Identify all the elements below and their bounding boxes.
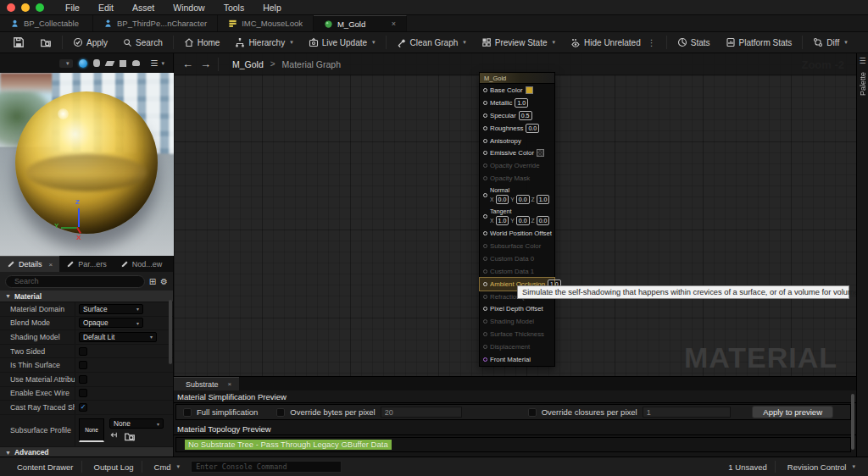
- viewport-menu-button[interactable]: ☰▾: [151, 58, 164, 68]
- pin-default-value[interactable]: 1.0: [515, 98, 528, 108]
- pin-surface-thickness[interactable]: Surface Thickness: [480, 328, 554, 340]
- tab-substrate[interactable]: Substrate ×: [174, 377, 239, 390]
- hierarchy-button[interactable]: Hierarchy▾: [227, 32, 300, 53]
- pin-default-value[interactable]: 0.0: [537, 216, 550, 225]
- pin-circle-icon[interactable]: [483, 257, 487, 261]
- palette-sidebar-tab[interactable]: ☰ Palette: [856, 53, 868, 457]
- pin-shading-model[interactable]: Shading Model: [480, 315, 554, 328]
- menu-file[interactable]: File: [56, 3, 89, 13]
- console-command-box[interactable]: [191, 461, 342, 473]
- full-simplification-checkbox[interactable]: [183, 408, 192, 417]
- node-title[interactable]: M_Gold: [480, 73, 554, 84]
- nav-back-button[interactable]: ←: [182, 58, 193, 70]
- close-tab-icon[interactable]: ×: [380, 19, 396, 28]
- blend-mode-dropdown[interactable]: Opaque▾: [79, 318, 143, 328]
- is-thin-surface-checkbox[interactable]: [79, 361, 87, 369]
- preview-viewport[interactable]: ▾ ☰▾ Z Y X: [0, 53, 174, 256]
- stats-button[interactable]: Stats: [670, 32, 718, 53]
- override-bytes-per-pixel-checkbox[interactable]: [276, 408, 285, 417]
- details-tab-nod-ew[interactable]: Nod...ew: [114, 256, 170, 272]
- pin-base-color[interactable]: Base Color: [480, 84, 554, 97]
- pin-world-position-offset[interactable]: World Position Offset: [480, 227, 554, 240]
- preview-shape-cylinder-button[interactable]: [93, 59, 100, 67]
- material-domain-dropdown[interactable]: Surface▾: [79, 304, 143, 314]
- revision-control-button[interactable]: Revision Control ▾: [776, 457, 863, 476]
- section-header-material[interactable]: ▼ Material: [0, 291, 173, 302]
- tab-bp-thirdpe-ncharacter[interactable]: BP_ThirdPe...nCharacter: [93, 15, 218, 31]
- override-closures-per-pixel-checkbox[interactable]: [528, 408, 537, 417]
- pin-pixel-depth-offset[interactable]: Pixel Depth Offset: [480, 302, 554, 315]
- asset-thumbnail[interactable]: None: [79, 418, 104, 442]
- more-options-icon[interactable]: ⋮: [648, 38, 656, 47]
- pin-custom-data-1[interactable]: Custom Data 1: [480, 265, 554, 278]
- pin-custom-data-0[interactable]: Custom Data 0: [480, 252, 554, 265]
- settings-gear-icon[interactable]: ⚙: [160, 277, 168, 286]
- pin-circle-icon[interactable]: [483, 88, 487, 92]
- console-command-input[interactable]: [196, 462, 337, 471]
- pin-circle-icon[interactable]: [483, 231, 487, 235]
- pin-circle-icon[interactable]: [483, 214, 487, 219]
- menu-help[interactable]: Help: [253, 3, 291, 13]
- preview-state-button[interactable]: Preview State▾: [474, 32, 563, 53]
- pin-circle-icon[interactable]: [483, 151, 487, 155]
- pin-circle-icon[interactable]: [483, 193, 487, 197]
- live-update-button[interactable]: Live Update▾: [301, 32, 383, 53]
- unsaved-button[interactable]: 1 Unsaved: [716, 457, 774, 476]
- preview-shape-teapot-button[interactable]: [132, 60, 140, 66]
- use-material-attribu-checkbox[interactable]: [79, 375, 87, 384]
- content-drawer-button[interactable]: Content Drawer: [5, 457, 81, 476]
- pin-metallic[interactable]: Metallic1.0: [480, 97, 554, 109]
- home-button[interactable]: Home: [176, 32, 228, 53]
- pin-anisotropy[interactable]: Anisotropy: [480, 135, 554, 147]
- gold-color-swatch[interactable]: [526, 86, 533, 94]
- pin-default-value[interactable]: 1.0: [537, 195, 550, 204]
- tab-imc-mouselook[interactable]: IMC_MouseLook: [218, 15, 314, 31]
- preview-shape-plane-button[interactable]: [104, 61, 114, 66]
- pin-normal[interactable]: NormalX0.0Y0.0Z1.0: [480, 185, 554, 206]
- pin-default-value[interactable]: 0.0: [516, 216, 530, 225]
- diff-button[interactable]: Diff▾: [805, 32, 854, 53]
- menu-edit[interactable]: Edit: [89, 3, 123, 13]
- details-tab-details[interactable]: Details×: [0, 256, 59, 272]
- pin-circle-icon[interactable]: [483, 163, 487, 168]
- pin-circle-icon[interactable]: [483, 295, 487, 299]
- pin-circle-icon[interactable]: [483, 244, 487, 248]
- pin-circle-icon[interactable]: [483, 307, 487, 311]
- details-search-input[interactable]: [14, 277, 139, 285]
- pin-front-material[interactable]: Front Material: [480, 353, 554, 366]
- preview-shape-sphere-button[interactable]: [79, 59, 87, 68]
- pin-opacity-mask[interactable]: Opacity Mask: [480, 172, 554, 185]
- output-log-button[interactable]: Output Log: [82, 457, 142, 476]
- menu-window[interactable]: Window: [164, 3, 214, 13]
- tab-bp-collectable[interactable]: BP_Collectable: [0, 15, 93, 31]
- nav-forward-button[interactable]: →: [200, 58, 211, 70]
- pin-circle-icon[interactable]: [483, 139, 487, 143]
- use-selected-asset-icon[interactable]: [109, 430, 119, 442]
- two-sided-checkbox[interactable]: [79, 347, 87, 356]
- pin-circle-icon[interactable]: [483, 282, 487, 286]
- pin-tangent[interactable]: TangentX1.0Y0.0Z0.0: [480, 206, 554, 227]
- viewport-options-button[interactable]: ▾: [59, 59, 73, 68]
- asset-dropdown[interactable]: None▾: [109, 418, 164, 429]
- save-button[interactable]: [5, 32, 32, 53]
- apply-button[interactable]: Apply: [65, 32, 115, 53]
- cmd-dropdown-button[interactable]: Cmd ▾: [142, 457, 188, 476]
- checker-color-swatch[interactable]: [537, 149, 544, 157]
- details-tab-par-ers[interactable]: Par...ers: [59, 256, 114, 272]
- breadcrumb-asset[interactable]: M_Gold: [232, 59, 264, 69]
- apply-to-preview-button[interactable]: Apply to preview: [752, 406, 833, 418]
- viewport-render[interactable]: Z Y X: [0, 73, 174, 256]
- details-search-box[interactable]: [5, 275, 145, 288]
- preview-shape-cube-button[interactable]: [120, 60, 126, 67]
- menu-asset[interactable]: Asset: [123, 3, 164, 13]
- pin-opacity-override[interactable]: Opacity Override: [480, 159, 554, 172]
- pin-default-value[interactable]: 0.0: [496, 195, 509, 204]
- breadcrumb-page[interactable]: Material Graph: [282, 59, 341, 69]
- override-closures-per-pixel-input[interactable]: [643, 407, 731, 418]
- pin-default-value[interactable]: 0.5: [519, 111, 532, 120]
- pin-circle-icon[interactable]: [483, 332, 487, 336]
- close-window-button[interactable]: [7, 3, 15, 12]
- details-scrollbar[interactable]: [169, 300, 172, 364]
- pin-default-value[interactable]: 0.0: [526, 124, 539, 133]
- substrate-scrollbar[interactable]: [851, 394, 854, 450]
